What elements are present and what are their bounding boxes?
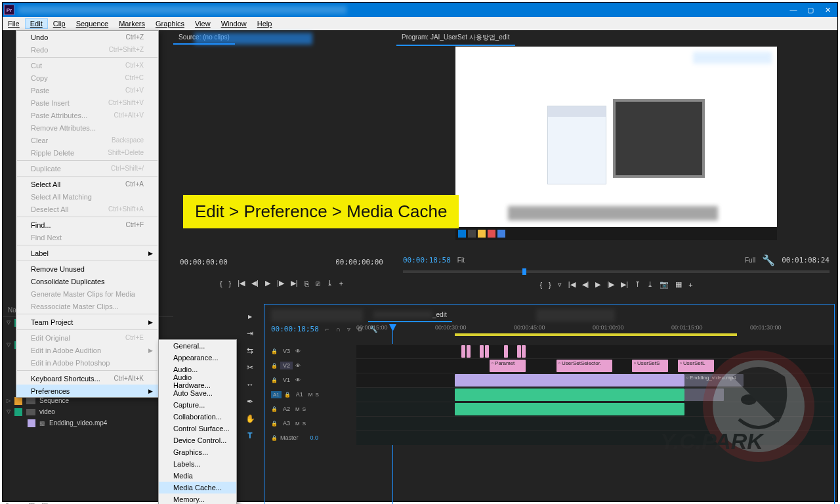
menu-sequence[interactable]: Sequence <box>71 18 114 29</box>
mute-icon[interactable]: M <box>308 392 313 398</box>
razor-tool-icon[interactable]: ✂ <box>244 362 256 373</box>
type-tool-icon[interactable]: T <box>244 430 256 442</box>
menu-help[interactable]: Help <box>252 18 278 29</box>
project-item[interactable]: ▽video <box>3 406 173 417</box>
prg-extract-icon[interactable]: ⤓ <box>647 280 653 289</box>
timeline-tab-3[interactable] <box>536 309 615 322</box>
preferences-item[interactable]: Labels... <box>159 458 236 470</box>
lock-icon[interactable] <box>271 434 278 441</box>
marker-icon[interactable]: ▿ <box>347 326 350 333</box>
preferences-item[interactable]: Memory... <box>159 494 236 504</box>
eye-icon[interactable]: 👁 <box>295 363 301 369</box>
preferences-item[interactable]: Media Cache... <box>159 482 236 494</box>
program-zoom-dropdown[interactable]: Full <box>745 257 755 264</box>
preferences-item[interactable]: General... <box>159 340 236 352</box>
slip-tool-icon[interactable]: ↔ <box>244 379 256 390</box>
lock-icon[interactable] <box>284 391 291 398</box>
src-mark-out-icon[interactable]: } <box>229 280 232 287</box>
disclosure-icon[interactable]: ▽ <box>7 342 10 348</box>
playhead-icon[interactable] <box>522 268 526 275</box>
edit-menu-item[interactable]: Label▶ <box>16 247 158 259</box>
prg-next-icon[interactable]: ▶| <box>621 280 628 289</box>
prg-export-frame-icon[interactable]: 📷 <box>660 280 669 289</box>
source-patch[interactable]: A1 <box>271 391 282 398</box>
preferences-item[interactable]: Appearance... <box>159 352 236 364</box>
menu-file[interactable]: File <box>3 18 25 29</box>
edit-menu-item[interactable]: Preferences▶ <box>16 385 158 397</box>
solo-icon[interactable]: S <box>303 406 306 412</box>
snap-icon[interactable]: ⌐ <box>326 326 329 333</box>
window-maximize-button[interactable]: ▢ <box>802 3 819 16</box>
src-overwrite-icon[interactable]: ⎚ <box>316 280 320 287</box>
track-lane[interactable] <box>356 387 834 402</box>
prg-step-back-icon[interactable]: ◀| <box>582 280 589 289</box>
zoom-slider-icon[interactable]: ●━ <box>54 501 64 504</box>
edit-menu-item[interactable]: Find...Ctrl+F <box>16 219 158 231</box>
lock-icon[interactable] <box>271 348 278 354</box>
master-value[interactable]: 0.0 <box>310 434 319 441</box>
track-lane[interactable] <box>356 402 834 416</box>
src-add-icon[interactable]: + <box>339 280 343 287</box>
timeline-tab-active[interactable]: _edit <box>368 308 452 322</box>
solo-icon[interactable]: S <box>315 392 318 398</box>
edit-menu-item[interactable]: Consolidate Duplicates <box>16 275 158 287</box>
preferences-item[interactable]: Device Control... <box>159 434 236 446</box>
preferences-item[interactable]: Control Surface... <box>159 423 236 434</box>
link-icon[interactable]: ∩ <box>336 326 341 333</box>
video-clip[interactable]: ▫ Paramet <box>490 360 526 372</box>
preferences-item[interactable]: Graphics... <box>159 446 236 458</box>
menu-view[interactable]: View <box>190 18 216 29</box>
lock-icon[interactable] <box>271 406 278 412</box>
track-select-tool-icon[interactable]: ⇥ <box>244 327 256 339</box>
disclosure-icon[interactable]: ▽ <box>7 409 10 415</box>
timeline-tab-1[interactable] <box>271 309 363 322</box>
src-prev-icon[interactable]: |◀ <box>238 279 245 287</box>
edit-menu-item[interactable]: Select AllCtrl+A <box>16 178 158 190</box>
ripple-tool-icon[interactable]: ⇆ <box>244 345 256 356</box>
edit-menu-item[interactable]: Remove Unused <box>16 262 158 275</box>
track-name[interactable]: A2 <box>280 405 293 413</box>
track-name[interactable]: A1 <box>293 390 306 398</box>
preferences-item[interactable]: Collaboration... <box>159 411 236 423</box>
src-step-back-icon[interactable]: ◀| <box>251 279 259 287</box>
program-scrubber[interactable] <box>403 270 830 273</box>
window-minimize-button[interactable]: — <box>785 3 802 16</box>
track-lane[interactable] <box>356 416 834 430</box>
menu-graphics[interactable]: Graphics <box>150 18 190 29</box>
video-clip[interactable]: ▫ Endding_video.mp4 <box>684 374 744 387</box>
work-area-bar[interactable] <box>455 333 737 336</box>
src-insert-icon[interactable]: ⎘ <box>304 280 309 287</box>
preferences-item[interactable]: Capture... <box>159 399 236 411</box>
track-name[interactable]: V3 <box>280 347 293 355</box>
video-clip[interactable]: ▫ UserSetS <box>632 360 668 372</box>
settings-icon[interactable]: 🔧 <box>762 254 775 266</box>
icon-view-icon[interactable]: ▦ <box>28 501 35 504</box>
track-name[interactable]: A3 <box>280 419 293 427</box>
eye-icon[interactable]: 👁 <box>295 377 301 383</box>
disclosure-icon[interactable]: ▷ <box>7 398 10 404</box>
prg-add-icon[interactable]: + <box>688 281 692 289</box>
src-export-icon[interactable]: ⤓ <box>327 279 333 287</box>
preferences-item[interactable]: Media <box>159 470 236 482</box>
pen-tool-icon[interactable]: ✒ <box>244 396 256 408</box>
lock-icon[interactable] <box>271 377 278 383</box>
eye-icon[interactable]: 👁 <box>295 348 301 354</box>
prg-play-icon[interactable]: ▶ <box>595 280 600 289</box>
prg-compare-icon[interactable]: ▦ <box>675 280 682 289</box>
lock-icon[interactable] <box>271 362 278 369</box>
prg-add-marker-icon[interactable]: ▿ <box>558 280 562 289</box>
program-fit-dropdown[interactable]: Fit <box>457 257 465 264</box>
menu-edit[interactable]: Edit <box>25 18 48 29</box>
edit-menu-item[interactable]: UndoCtrl+Z <box>16 31 158 43</box>
src-play-icon[interactable]: ▶ <box>265 279 270 287</box>
freeform-view-icon[interactable]: ◫ <box>41 501 48 504</box>
mute-icon[interactable]: M <box>295 406 300 412</box>
prg-mark-in-icon[interactable]: { <box>539 281 542 289</box>
prg-step-fwd-icon[interactable]: |▶ <box>607 280 614 289</box>
prg-prev-icon[interactable]: |◀ <box>568 280 576 289</box>
track-lane[interactable]: ▫ Paramet▫ UserSetSelector.▫ UserSetS▫ U… <box>356 358 834 373</box>
track-lane[interactable] <box>356 344 834 358</box>
src-step-fwd-icon[interactable]: |▶ <box>277 279 284 287</box>
menu-markers[interactable]: Markers <box>114 18 150 29</box>
video-clip[interactable] <box>455 374 684 387</box>
